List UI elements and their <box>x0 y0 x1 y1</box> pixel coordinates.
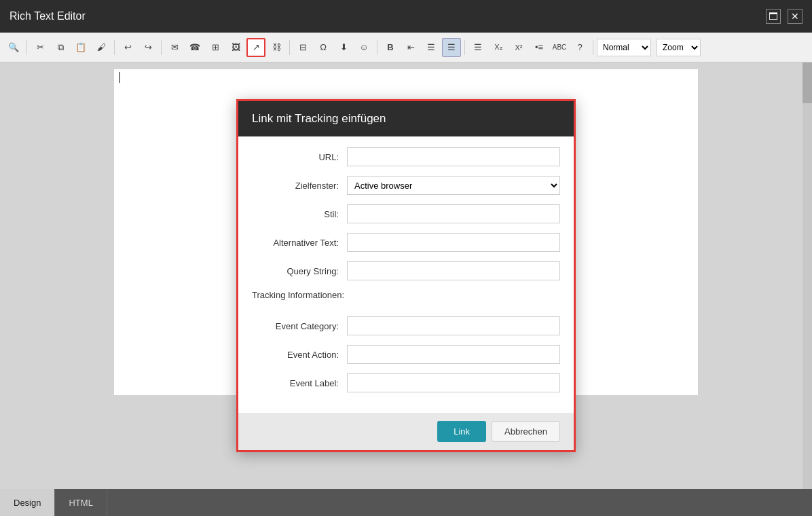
align-left-icon[interactable]: ⇤ <box>401 38 420 57</box>
query-string-label: Query String: <box>252 266 347 276</box>
toolbar: 🔍 ✂ ⧉ 📋 🖌 ↩ ↪ ✉ ☎ ⊞ 🖼 ↗ ⛓ ⊟ Ω ⬇ ☺ B ⇤ ☰ … <box>0 33 812 62</box>
align-center-icon[interactable]: ☰ <box>422 38 441 57</box>
query-string-row: Query String: <box>252 261 560 280</box>
event-category-label: Event Category: <box>252 321 347 331</box>
stil-label: Stil: <box>252 209 347 219</box>
dialog-footer: Link Abbrechen <box>238 413 574 450</box>
emoticon-icon[interactable]: ☺ <box>354 38 373 57</box>
brush-icon[interactable]: 🖌 <box>92 38 111 57</box>
event-action-label: Event Action: <box>252 350 347 360</box>
alternativer-text-input[interactable] <box>347 233 560 252</box>
link-tracking-icon[interactable]: ↗ <box>246 38 265 57</box>
separator-6 <box>464 40 465 55</box>
zielfenster-select[interactable]: Active browser New window Same frame <box>347 176 560 195</box>
separator-5 <box>377 40 377 55</box>
dialog-header: Link mit Tracking einfügen <box>238 101 574 136</box>
cut-icon[interactable]: ✂ <box>31 38 50 57</box>
close-button[interactable]: ✕ <box>788 9 802 24</box>
separator-3 <box>161 40 162 55</box>
event-label-input[interactable] <box>347 373 560 392</box>
copy-icon[interactable]: ⧉ <box>51 38 70 57</box>
separator-2 <box>114 40 115 55</box>
paste-icon[interactable]: 📋 <box>71 38 90 57</box>
url-row: URL: <box>252 147 560 166</box>
event-label-label: Event Label: <box>252 378 347 388</box>
bullet-list-icon[interactable]: •≡ <box>530 38 549 57</box>
bold-icon[interactable]: B <box>381 38 400 57</box>
separator-4 <box>289 40 290 55</box>
phone-icon[interactable]: ☎ <box>185 38 204 57</box>
event-category-input[interactable] <box>347 316 560 335</box>
titlebar: Rich Text Editor 🗖 ✕ <box>0 0 812 33</box>
zoom-dropdown[interactable]: Zoom <box>657 39 701 56</box>
text-cursor <box>119 72 120 83</box>
list-icon[interactable]: ☰ <box>468 38 487 57</box>
stil-input[interactable] <box>347 204 560 223</box>
url-label: URL: <box>252 152 347 162</box>
unlink-icon[interactable]: ⛓ <box>267 38 286 57</box>
zielfenster-label: Zielfenster: <box>252 181 347 191</box>
table-icon[interactable]: ⊟ <box>293 38 312 57</box>
search-icon[interactable]: 🔍 <box>4 38 23 57</box>
tab-html[interactable]: HTML <box>55 489 107 516</box>
alternativer-text-label: Alternativer Text: <box>252 238 347 248</box>
window-controls: 🗖 ✕ <box>766 9 802 24</box>
minimize-button[interactable]: 🗖 <box>766 9 781 24</box>
bottom-tabs: Design HTML <box>0 489 812 516</box>
dialog-title: Link mit Tracking einfügen <box>252 112 386 125</box>
stil-row: Stil: <box>252 204 560 223</box>
link-tracking-dialog: Link mit Tracking einfügen URL: Zielfens… <box>236 99 576 452</box>
email-icon[interactable]: ✉ <box>165 38 184 57</box>
editor-area: Link mit Tracking einfügen URL: Zielfens… <box>0 62 812 489</box>
tracking-section-row: Tracking Informationen: <box>252 290 560 307</box>
event-action-input[interactable] <box>347 345 560 364</box>
superscript-icon[interactable]: X² <box>509 38 528 57</box>
dialog-cancel-button[interactable]: Abbrechen <box>492 421 560 442</box>
query-string-input[interactable] <box>347 261 560 280</box>
separator-7 <box>593 40 593 55</box>
event-category-row: Event Category: <box>252 316 560 335</box>
align-right-icon[interactable]: ☰ <box>442 38 461 57</box>
dialog-body: URL: Zielfenster: Active browser New win… <box>238 136 574 413</box>
scrollbar-thumb[interactable] <box>802 62 812 103</box>
help-icon[interactable]: ? <box>570 38 589 57</box>
tracking-section-label: Tracking Informationen: <box>252 290 344 300</box>
tab-design[interactable]: Design <box>0 489 55 516</box>
down-arrow-icon[interactable]: ⬇ <box>334 38 353 57</box>
subscript-icon[interactable]: X₂ <box>489 38 508 57</box>
special-char-icon[interactable]: Ω <box>314 38 333 57</box>
redo-icon[interactable]: ↪ <box>139 38 158 57</box>
separator-1 <box>26 40 27 55</box>
link-button[interactable]: Link <box>437 421 486 442</box>
alternativer-text-row: Alternativer Text: <box>252 233 560 252</box>
event-label-row: Event Label: <box>252 373 560 392</box>
vertical-scrollbar[interactable] <box>802 62 812 489</box>
zielfenster-row: Zielfenster: Active browser New window S… <box>252 176 560 195</box>
paragraph-style-dropdown[interactable]: Normal <box>597 39 651 56</box>
undo-icon[interactable]: ↩ <box>118 38 137 57</box>
url-input[interactable] <box>347 147 560 166</box>
table-add-icon[interactable]: ⊞ <box>206 38 225 57</box>
app-title: Rich Text Editor <box>10 10 86 22</box>
image-icon[interactable]: 🖼 <box>226 38 245 57</box>
event-action-row: Event Action: <box>252 345 560 364</box>
spellcheck-icon[interactable]: ABC <box>550 38 569 57</box>
